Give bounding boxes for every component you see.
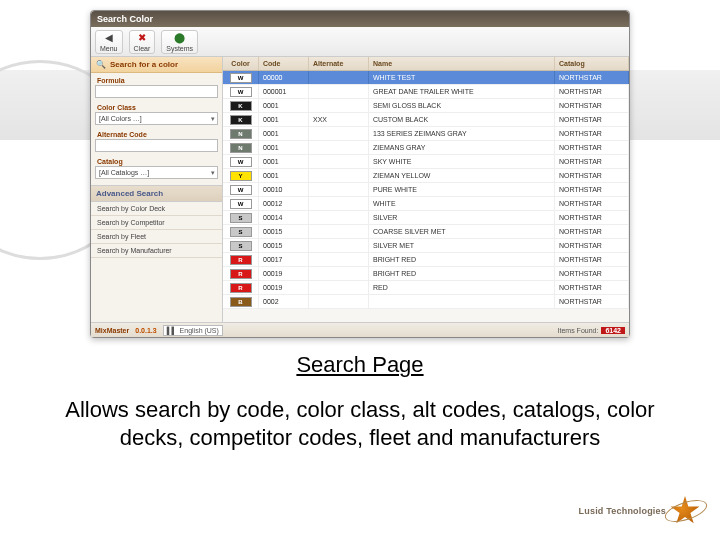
language-value: English (US) — [180, 327, 219, 334]
cell-code: 00019 — [259, 281, 309, 294]
cell-alternate — [309, 155, 369, 168]
table-row[interactable]: R00019BRIGHT REDNORTHSTAR — [223, 267, 629, 281]
cell-alternate — [309, 141, 369, 154]
adv-fleet[interactable]: Search by Fleet — [91, 230, 222, 244]
formula-input[interactable] — [95, 85, 218, 98]
color-swatch: S — [230, 227, 252, 237]
cell-color: S — [223, 225, 259, 238]
table-row[interactable]: W00012WHITENORTHSTAR — [223, 197, 629, 211]
app-version: 0.0.1.3 — [135, 327, 156, 334]
color-swatch: K — [230, 101, 252, 111]
table-row[interactable]: K0001SEMI GLOSS BLACKNORTHSTAR — [223, 99, 629, 113]
menu-button[interactable]: ◀ Menu — [95, 30, 123, 54]
catalog-value: [All Catalogs …] — [99, 169, 149, 176]
cell-name: CUSTOM BLACK — [369, 113, 555, 126]
color-swatch: N — [230, 129, 252, 139]
color-swatch: B — [230, 297, 252, 307]
table-row[interactable]: W0001SKY WHITENORTHSTAR — [223, 155, 629, 169]
cell-color: R — [223, 267, 259, 280]
adv-competitor[interactable]: Search by Competitor — [91, 216, 222, 230]
table-row[interactable]: N0001133 SERIES ZEIMANS GRAYNORTHSTAR — [223, 127, 629, 141]
color-swatch: R — [230, 269, 252, 279]
cell-color: S — [223, 239, 259, 252]
th-code[interactable]: Code — [259, 57, 309, 70]
table-body[interactable]: W00000WHITE TESTNORTHSTARW000001GREAT DA… — [223, 71, 629, 322]
clear-button[interactable]: ✖ Clear — [129, 30, 156, 54]
search-icon: 🔍 — [96, 60, 106, 69]
page-description: Allows search by code, color class, alt … — [56, 396, 664, 452]
cell-alternate — [309, 183, 369, 196]
cell-alternate — [309, 281, 369, 294]
table-row[interactable]: R00017BRIGHT REDNORTHSTAR — [223, 253, 629, 267]
color-class-select[interactable]: [All Colors …] ▾ — [95, 112, 218, 125]
table-row[interactable]: W00010PURE WHITENORTHSTAR — [223, 183, 629, 197]
table-row[interactable]: Y0001ZIEMAN YELLOWNORTHSTAR — [223, 169, 629, 183]
cell-catalog: NORTHSTAR — [555, 267, 629, 280]
flag-icon: ▌▌ — [167, 327, 177, 334]
table-row[interactable]: B0002NORTHSTAR — [223, 295, 629, 309]
th-alternate[interactable]: Alternate — [309, 57, 369, 70]
cell-name: SILVER — [369, 211, 555, 224]
cell-code: 00000 — [259, 71, 309, 84]
window-title: Search Color — [97, 14, 153, 24]
window-titlebar: Search Color — [91, 11, 629, 27]
cell-catalog: NORTHSTAR — [555, 295, 629, 308]
cell-name: COARSE SILVER MET — [369, 225, 555, 238]
app-name: MixMaster — [95, 327, 129, 334]
table-row[interactable]: S00014SILVERNORTHSTAR — [223, 211, 629, 225]
cell-color: W — [223, 197, 259, 210]
toolbar: ◀ Menu ✖ Clear ⬤ Systems — [91, 27, 629, 57]
cell-alternate — [309, 169, 369, 182]
cell-color: N — [223, 141, 259, 154]
table-header: Color Code Alternate Name Catalog — [223, 57, 629, 71]
table-row[interactable]: S00015COARSE SILVER METNORTHSTAR — [223, 225, 629, 239]
color-swatch: N — [230, 143, 252, 153]
cell-catalog: NORTHSTAR — [555, 99, 629, 112]
cell-catalog: NORTHSTAR — [555, 127, 629, 140]
table-row[interactable]: W00000WHITE TESTNORTHSTAR — [223, 71, 629, 85]
cell-name: BRIGHT RED — [369, 253, 555, 266]
cell-color: S — [223, 211, 259, 224]
cell-code: 0002 — [259, 295, 309, 308]
table-row[interactable]: N0001ZIEMANS GRAYNORTHSTAR — [223, 141, 629, 155]
cell-color: W — [223, 183, 259, 196]
color-swatch: R — [230, 255, 252, 265]
cell-code: 0001 — [259, 169, 309, 182]
language-select[interactable]: ▌▌ English (US) — [163, 325, 223, 336]
th-name[interactable]: Name — [369, 57, 555, 70]
cell-name: 133 SERIES ZEIMANS GRAY — [369, 127, 555, 140]
table-row[interactable]: W000001GREAT DANE TRAILER WHITENORTHSTAR — [223, 85, 629, 99]
results-panel: Color Code Alternate Name Catalog W00000… — [223, 57, 629, 322]
color-swatch: Y — [230, 171, 252, 181]
cell-catalog: NORTHSTAR — [555, 113, 629, 126]
color-swatch: R — [230, 283, 252, 293]
cell-name: WHITE TEST — [369, 71, 555, 84]
cell-alternate — [309, 239, 369, 252]
cell-catalog: NORTHSTAR — [555, 71, 629, 84]
cell-code: 00014 — [259, 211, 309, 224]
cell-catalog: NORTHSTAR — [555, 225, 629, 238]
table-row[interactable]: R00019REDNORTHSTAR — [223, 281, 629, 295]
systems-button[interactable]: ⬤ Systems — [161, 30, 198, 54]
adv-color-deck[interactable]: Search by Color Deck — [91, 202, 222, 216]
th-color[interactable]: Color — [223, 57, 259, 70]
color-class-label: Color Class — [91, 100, 222, 112]
color-swatch: W — [230, 87, 252, 97]
table-row[interactable]: K0001XXXCUSTOM BLACKNORTHSTAR — [223, 113, 629, 127]
app-window: Search Color ◀ Menu ✖ Clear ⬤ Systems 🔍 … — [90, 10, 630, 338]
color-class-value: [All Colors …] — [99, 115, 142, 122]
th-catalog[interactable]: Catalog — [555, 57, 629, 70]
alt-code-input[interactable] — [95, 139, 218, 152]
systems-label: Systems — [166, 45, 193, 52]
sidebar-header-label: Search for a color — [110, 60, 178, 69]
cell-name: SILVER MET — [369, 239, 555, 252]
color-swatch: W — [230, 199, 252, 209]
adv-manufacturer[interactable]: Search by Manufacturer — [91, 244, 222, 258]
table-row[interactable]: S00015SILVER METNORTHSTAR — [223, 239, 629, 253]
status-bar: MixMaster 0.0.1.3 ▌▌ English (US) Items … — [91, 322, 629, 337]
brand-name: Lusid Technologies — [579, 506, 666, 516]
items-found: Items Found: 6142 — [558, 327, 625, 334]
cell-catalog: NORTHSTAR — [555, 239, 629, 252]
brand-logo: Lusid Technologies — [579, 496, 700, 526]
catalog-select[interactable]: [All Catalogs …] ▾ — [95, 166, 218, 179]
